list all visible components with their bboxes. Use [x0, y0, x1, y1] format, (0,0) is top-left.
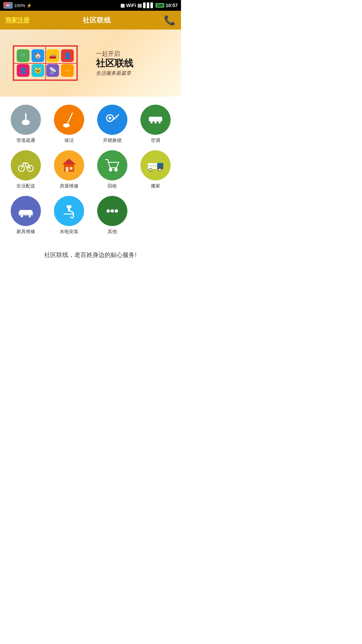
svg-rect-37 [68, 208, 70, 211]
service-circle-cleaning [54, 105, 84, 135]
banner-line2: 社区联线 [96, 58, 133, 69]
svg-point-27 [159, 168, 161, 171]
service-circle-furniture [11, 196, 41, 226]
service-circle-plumbing [54, 196, 84, 226]
service-label-other: 其他 [108, 229, 117, 235]
banner-icon-dots: ··· [61, 64, 74, 77]
svg-rect-18 [66, 167, 68, 172]
service-circle-ac [140, 105, 171, 135]
banner: 🛒 🏠 🚗 👤 👤 🐱 📡 ··· 一起开启 社区联线 生活服务新篇章 [0, 30, 181, 97]
service-label-furniture: 家具维修 [16, 229, 35, 235]
banner-icon-car: 🚗 [46, 49, 59, 62]
svg-rect-10 [150, 121, 153, 123]
svg-rect-36 [67, 205, 71, 208]
svg-point-1 [22, 120, 30, 125]
service-circle-recycle [97, 150, 127, 180]
svg-point-21 [109, 168, 112, 171]
services-grid: 管道疏通 保洁 开锁换锁 空调 生活配送 房屋维修 [5, 105, 176, 235]
svg-point-5 [109, 117, 111, 119]
svg-line-2 [67, 113, 72, 124]
svg-rect-12 [159, 121, 161, 123]
service-item-other[interactable]: 其他 [92, 196, 132, 235]
banner-icon-person: 👤 [61, 49, 74, 62]
service-item-plumbing[interactable]: 水电安装 [49, 196, 89, 235]
svg-point-39 [107, 209, 110, 213]
status-left: 90 100% ⚡ [3, 2, 32, 9]
battery-icon: 100 [156, 3, 164, 8]
service-circle-delivery [11, 150, 41, 180]
usb-icon: ⚡ [26, 3, 32, 8]
banner-line1: 一起开启 [96, 50, 120, 58]
time: 10:57 [166, 3, 178, 8]
banner-app-grid: 🛒 🏠 🚗 👤 👤 🐱 📡 ··· [17, 49, 74, 77]
status-right: ▦ WiFi ▤ ▋▋▋ 100 10:57 [120, 3, 178, 8]
svg-rect-28 [148, 165, 157, 166]
svg-point-26 [149, 168, 152, 171]
vibrate-icon: ▦ [120, 3, 125, 8]
service-item-repair[interactable]: 房屋维修 [49, 150, 89, 189]
svg-rect-33 [21, 215, 23, 217]
app-logo-icon: 90 [3, 2, 13, 9]
service-circle-locksmith [97, 105, 127, 135]
service-label-plumbing: 水电安装 [60, 229, 78, 235]
service-circle-repair [54, 150, 84, 180]
banner-icon-cart: 🛒 [17, 49, 29, 62]
service-item-moving[interactable]: 搬家 [135, 150, 176, 189]
header: 商家注册 社区联线 📞 [0, 11, 181, 30]
svg-rect-34 [29, 215, 31, 217]
phone-icon[interactable]: 📞 [164, 15, 176, 26]
svg-rect-13 [149, 117, 162, 119]
svg-point-3 [63, 123, 70, 127]
service-label-ac: 空调 [151, 138, 160, 144]
service-item-ac[interactable]: 空调 [135, 105, 176, 144]
svg-marker-20 [62, 159, 76, 164]
app-title: 社区联线 [83, 16, 111, 25]
service-item-recycle[interactable]: 回收 [92, 150, 132, 189]
service-label-locksmith: 开锁换锁 [103, 138, 122, 144]
banner-icon-home: 🏠 [32, 49, 44, 62]
merchant-register-link[interactable]: 商家注册 [5, 16, 29, 24]
service-item-pipeline[interactable]: 管道疏通 [5, 105, 46, 144]
status-bar: 90 100% ⚡ ▦ WiFi ▤ ▋▋▋ 100 10:57 [0, 0, 181, 11]
banner-icons-area: 🛒 🏠 🚗 👤 👤 🐱 📡 ··· [0, 30, 90, 97]
svg-point-40 [111, 209, 114, 213]
svg-rect-19 [70, 167, 72, 170]
service-circle-other [97, 196, 127, 226]
wifi-icon: WiFi [126, 3, 136, 8]
svg-point-41 [115, 209, 118, 213]
services-section: 管道疏通 保洁 开锁换锁 空调 生活配送 房屋维修 [0, 97, 181, 240]
service-label-recycle: 回收 [108, 183, 117, 189]
banner-icon-pet: 🐱 [32, 64, 44, 77]
banner-icon-person2: 👤 [17, 64, 29, 77]
battery-percent: 100% [14, 3, 25, 8]
sim-icon: ▤ [137, 3, 142, 8]
footer-text: 社区联线，老百姓身边的贴心服务! [0, 240, 181, 267]
service-item-locksmith[interactable]: 开锁换锁 [92, 105, 132, 144]
svg-rect-11 [155, 121, 157, 123]
service-label-repair: 房屋维修 [60, 183, 78, 189]
banner-line3: 生活服务新篇章 [96, 70, 131, 76]
banner-text: 一起开启 社区联线 生活服务新篇章 [90, 44, 181, 82]
svg-rect-35 [20, 214, 32, 215]
signal-icon: ▋▋▋ [143, 3, 154, 8]
service-item-delivery[interactable]: 生活配送 [5, 150, 46, 189]
service-label-moving: 搬家 [151, 183, 160, 189]
service-label-delivery: 生活配送 [16, 183, 35, 189]
service-item-cleaning[interactable]: 保洁 [49, 105, 89, 144]
service-circle-moving [140, 150, 171, 180]
service-label-cleaning: 保洁 [64, 138, 74, 144]
service-item-furniture[interactable]: 家具维修 [5, 196, 46, 235]
svg-marker-25 [157, 163, 162, 166]
service-circle-pipeline [11, 105, 41, 135]
service-label-pipeline: 管道疏通 [16, 138, 35, 144]
banner-icon-wifi: 📡 [46, 64, 59, 77]
svg-point-22 [115, 168, 117, 171]
